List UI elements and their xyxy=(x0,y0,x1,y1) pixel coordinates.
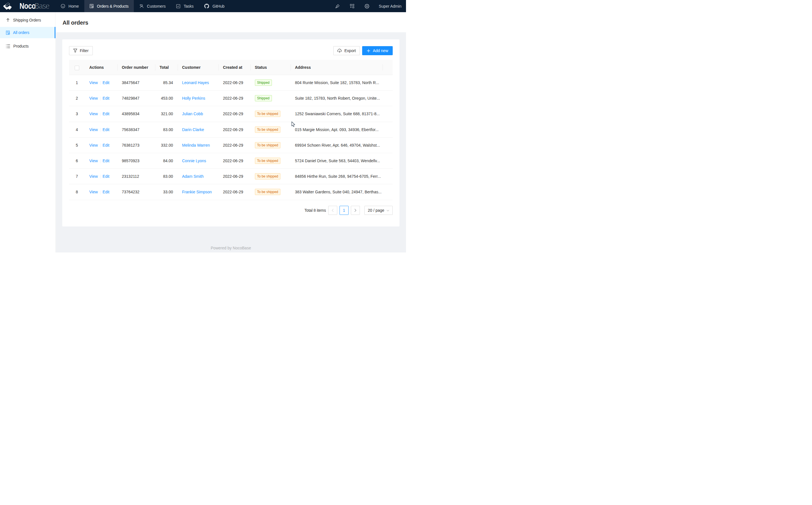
svg-text:Noco: Noco xyxy=(19,1,36,11)
svg-text:Base: Base xyxy=(35,1,49,11)
